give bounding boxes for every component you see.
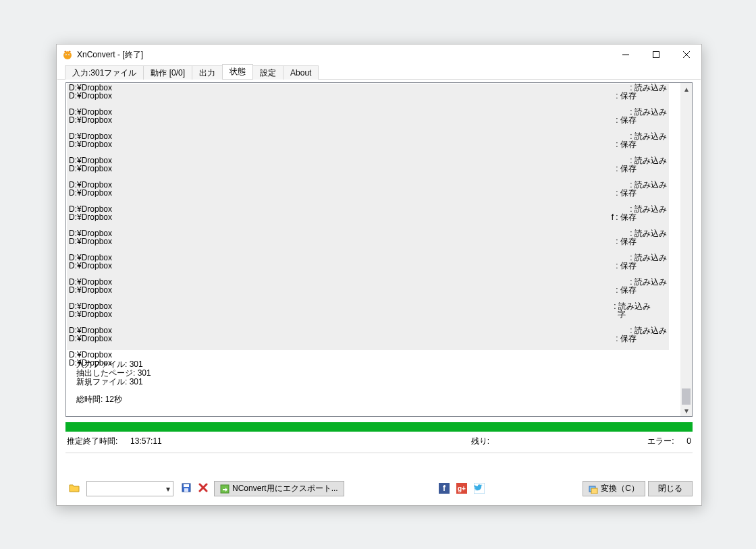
tab-about[interactable]: About xyxy=(283,65,319,80)
log-line: D:¥Dropbox xyxy=(69,108,678,116)
tab-strip: 入力:301ファイル 動作 [0/0] 出力 状態 設定 About xyxy=(57,65,701,80)
errors-value: 0 xyxy=(686,436,691,446)
log-status: : 保存 xyxy=(616,286,637,294)
log-line: D:¥Dropbox xyxy=(69,326,678,335)
svg-point-0 xyxy=(63,51,72,59)
export-icon xyxy=(220,484,230,494)
log-line: D:¥Dropbox xyxy=(69,262,678,270)
log-status: : 保存 xyxy=(616,165,637,173)
export-nconvert-button[interactable]: NConvert用にエクスポート... xyxy=(214,481,344,496)
minimize-button[interactable] xyxy=(610,45,641,65)
log-line: D:¥Dropbox xyxy=(69,286,678,294)
client-area: 入力:301ファイル 動作 [0/0] 出力 状態 設定 About D:¥Dr… xyxy=(57,65,701,504)
log-left-column: D:¥Dropbox D:¥Dropbox D:¥Dropbox D:¥Drop… xyxy=(67,84,680,367)
log-status: : 保存 xyxy=(616,92,637,100)
svg-rect-6 xyxy=(653,52,659,58)
close-label: 閉じる xyxy=(658,483,682,494)
scroll-up-button[interactable]: ▴ xyxy=(680,83,692,94)
save-icon xyxy=(182,483,191,494)
delete-preset-button[interactable] xyxy=(194,480,211,497)
log-line: D:¥Dropbox xyxy=(69,205,678,213)
estimated-finish-label: 推定終了時間: xyxy=(67,436,117,446)
svg-point-3 xyxy=(65,55,66,55)
close-button[interactable] xyxy=(671,45,701,65)
open-folder-button[interactable] xyxy=(65,480,82,497)
svg-text:g+: g+ xyxy=(458,485,466,492)
log-line: D:¥Dropbox xyxy=(69,351,678,359)
log-line: D:¥Dropbox xyxy=(69,132,678,140)
tab-settings[interactable]: 設定 xyxy=(252,65,284,80)
titlebar[interactable]: XnConvert - [終了] xyxy=(57,45,701,65)
save-preset-button[interactable] xyxy=(178,480,194,497)
scroll-thumb[interactable] xyxy=(682,388,691,405)
scroll-down-button[interactable]: ▾ xyxy=(680,405,692,416)
log-line: D:¥Dropbox xyxy=(69,310,678,318)
export-nconvert-label: NConvert用にエクスポート... xyxy=(232,483,338,494)
log-line: D:¥Dropbox xyxy=(69,181,678,189)
convert-label: 変換（C） xyxy=(601,483,639,494)
tab-actions[interactable]: 動作 [0/0] xyxy=(143,65,192,80)
log-status: f : 保存 xyxy=(612,213,637,221)
chevron-down-icon: ▾ xyxy=(163,482,173,495)
maximize-button[interactable] xyxy=(641,45,671,65)
gplus-icon[interactable]: g+ xyxy=(456,483,468,495)
log-line: D:¥Dropbox xyxy=(69,156,678,165)
log-line: D:¥Dropbox xyxy=(69,116,678,124)
tab-status[interactable]: 状態 xyxy=(222,64,253,79)
log-line: D:¥Dropbox xyxy=(69,84,678,92)
summary-new-files: 新規ファイル: 301 xyxy=(76,378,151,386)
errors-label: エラー: xyxy=(647,436,674,446)
window-title: XnConvert - [終了] xyxy=(77,49,143,61)
svg-rect-11 xyxy=(184,488,188,492)
progress-bar xyxy=(65,422,693,432)
log-status: : 保存 xyxy=(616,140,637,148)
app-icon xyxy=(62,49,73,60)
log-panel: D:¥Dropbox D:¥Dropbox D:¥Dropbox D:¥Drop… xyxy=(65,82,693,417)
svg-rect-21 xyxy=(591,488,597,494)
log-line: D:¥Dropbox xyxy=(69,359,678,367)
log-status: : 保存 xyxy=(616,335,637,343)
tab-output[interactable]: 出力 xyxy=(192,65,223,80)
log-line: D:¥Dropbox xyxy=(69,213,678,221)
log-line: D:¥Dropbox xyxy=(69,189,678,197)
convert-icon xyxy=(589,484,598,494)
log-line: D:¥Dropbox xyxy=(69,335,678,343)
app-window: XnConvert - [終了] 入力:301ファイル 動作 [0/0] 出力 … xyxy=(56,44,702,506)
estimated-finish-value: 13:57:11 xyxy=(130,436,162,446)
social-icons: f g+ xyxy=(439,483,486,495)
log-line: D:¥Dropbox xyxy=(69,140,678,148)
remaining: 残り: xyxy=(471,436,489,447)
log-line: D:¥Dropbox xyxy=(69,237,678,245)
log-status: 字 xyxy=(618,310,626,318)
tab-input[interactable]: 入力:301ファイル xyxy=(65,65,144,80)
log-status: : 保存 xyxy=(616,116,637,124)
vertical-scrollbar[interactable]: ▴ ▾ xyxy=(680,83,692,416)
bottom-right-buttons: 変換（C） 閉じる xyxy=(580,481,693,496)
convert-button[interactable]: 変換（C） xyxy=(583,481,645,496)
log-line: D:¥Dropbox xyxy=(69,254,678,262)
close-app-button[interactable]: 閉じる xyxy=(648,481,693,496)
log-line: D:¥Dropbox xyxy=(69,92,678,100)
preset-combo[interactable]: ▾ xyxy=(86,481,173,496)
summary-total-time: 総時間: 12秒 xyxy=(76,395,151,404)
delete-icon xyxy=(198,483,208,494)
facebook-icon[interactable]: f xyxy=(439,483,451,495)
svg-rect-10 xyxy=(184,484,189,487)
status-row: 推定終了時間: 13:57:11 残り: エラー: 0 xyxy=(67,436,691,447)
twitter-icon[interactable] xyxy=(474,483,486,495)
log-status: : 保存 xyxy=(616,189,637,197)
bottom-toolbar: ▾ NConvert用にエクスポート... f g+ xyxy=(65,481,693,496)
log-line: D:¥Dropbox xyxy=(69,278,678,286)
separator xyxy=(65,453,693,453)
log-summary: 入力ファイル: 301 抽出したページ: 301 新規ファイル: 301 総時間… xyxy=(76,360,151,404)
log-status: : 保存 xyxy=(616,237,637,245)
log-status: : 保存 xyxy=(616,262,637,270)
log-line: D:¥Dropbox xyxy=(69,229,678,237)
svg-point-4 xyxy=(69,55,70,55)
log-line: D:¥Dropbox xyxy=(69,165,678,173)
estimated-finish: 推定終了時間: 13:57:11 xyxy=(67,436,269,447)
log-textarea[interactable]: D:¥Dropbox D:¥Dropbox D:¥Dropbox D:¥Drop… xyxy=(67,84,680,415)
errors: エラー: 0 xyxy=(489,436,691,447)
remaining-label: 残り: xyxy=(471,436,489,446)
folder-icon xyxy=(69,483,80,494)
